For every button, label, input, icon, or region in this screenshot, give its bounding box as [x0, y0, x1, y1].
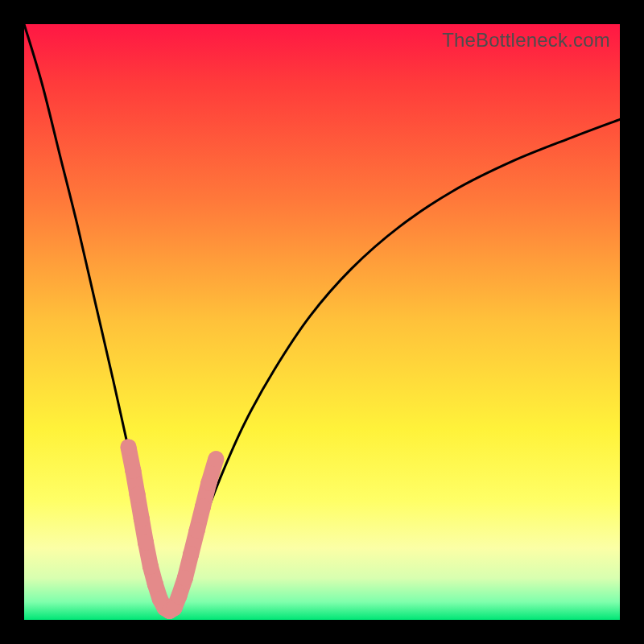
highlight-marker	[183, 547, 199, 563]
highlight-marker	[171, 588, 187, 604]
highlight-marker	[189, 522, 205, 539]
bottleneck-curve	[24, 24, 620, 614]
highlight-marker	[177, 570, 193, 586]
chart-frame: TheBottleneck.com	[0, 0, 644, 644]
curve-layer	[24, 24, 620, 620]
marker-group	[121, 439, 225, 619]
highlight-marker	[195, 498, 211, 514]
highlight-marker	[200, 475, 217, 491]
plot-area: TheBottleneck.com	[24, 24, 620, 620]
highlight-marker	[130, 487, 146, 503]
highlight-marker	[125, 463, 141, 479]
highlight-marker	[208, 451, 224, 467]
highlight-marker	[134, 510, 150, 526]
highlight-marker	[142, 558, 159, 574]
highlight-marker	[138, 535, 154, 551]
highlight-marker	[121, 439, 137, 455]
highlight-marker	[147, 576, 163, 592]
